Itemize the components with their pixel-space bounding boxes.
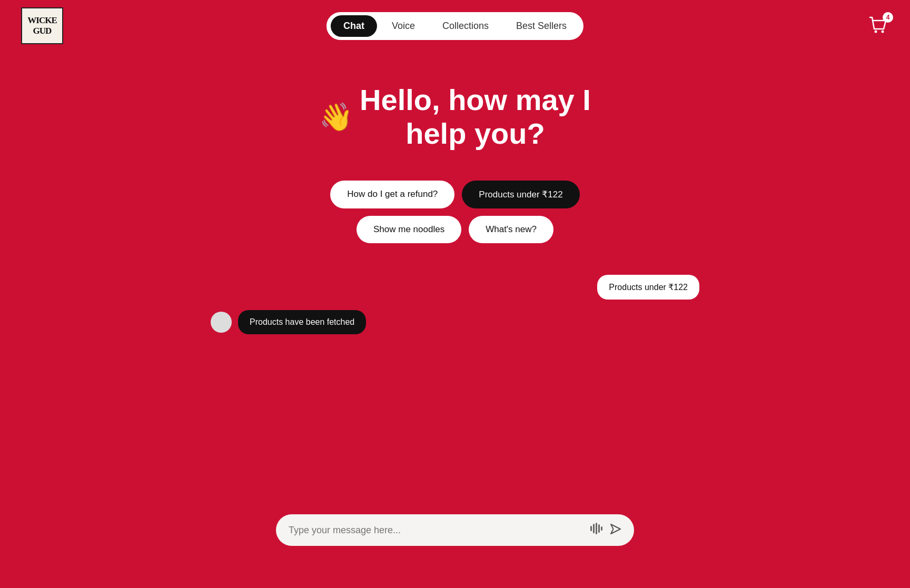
nav-item-best-sellers[interactable]: Best Sellers [503, 15, 579, 37]
greeting-line2: help you? [360, 117, 591, 151]
main-content: 👋 Hello, how may I help you? How do I ge… [0, 52, 910, 243]
send-icon[interactable] [610, 523, 621, 537]
quick-reply-whats-new[interactable]: What's new? [469, 216, 553, 243]
wave-emoji: 👋 [319, 101, 353, 133]
greeting-section: 👋 Hello, how may I help you? [319, 83, 591, 151]
chat-message-user: Products under ₹122 [211, 275, 699, 300]
svg-rect-6 [601, 526, 602, 531]
svg-rect-5 [598, 524, 600, 533]
input-area [276, 514, 634, 546]
svg-rect-4 [596, 523, 597, 534]
quick-reply-refund[interactable]: How do I get a refund? [330, 181, 454, 208]
quick-reply-show-noodles[interactable]: Show me noodles [357, 216, 461, 243]
message-input-container [276, 514, 634, 546]
cart-button[interactable]: 4 [868, 15, 889, 36]
greeting-line1: Hello, how may I [360, 83, 591, 117]
chat-bubble-user: Products under ₹122 [597, 275, 699, 300]
cart-badge: 4 [883, 12, 893, 23]
chat-message-bot: Products have been fetched [211, 310, 699, 334]
svg-rect-2 [590, 526, 592, 531]
svg-point-1 [882, 31, 884, 33]
bot-avatar [211, 312, 232, 333]
nav-item-collections[interactable]: Collections [430, 15, 501, 37]
quick-reply-row-2: Show me noodles What's new? [357, 216, 553, 243]
logo-text: WICKEGUD [27, 15, 56, 37]
input-icons [590, 523, 621, 537]
logo[interactable]: WICKEGUD [21, 7, 63, 44]
nav-bar: Chat Voice Collections Best Sellers [327, 12, 583, 40]
quick-reply-products-under[interactable]: Products under ₹122 [462, 181, 579, 208]
quick-reply-row-1: How do I get a refund? Products under ₹1… [330, 181, 579, 208]
quick-replies: How do I get a refund? Products under ₹1… [330, 181, 579, 243]
header: WICKEGUD Chat Voice Collections Best Sel… [0, 0, 910, 52]
nav-item-chat[interactable]: Chat [331, 15, 377, 37]
voice-icon[interactable] [590, 523, 604, 537]
svg-point-0 [875, 31, 877, 33]
message-input[interactable] [289, 525, 583, 536]
nav-item-voice[interactable]: Voice [379, 15, 428, 37]
chat-bubble-bot: Products have been fetched [238, 310, 366, 334]
svg-rect-3 [593, 524, 595, 533]
chat-area: Products under ₹122 Products have been f… [0, 275, 910, 334]
greeting-text: Hello, how may I help you? [360, 83, 591, 151]
